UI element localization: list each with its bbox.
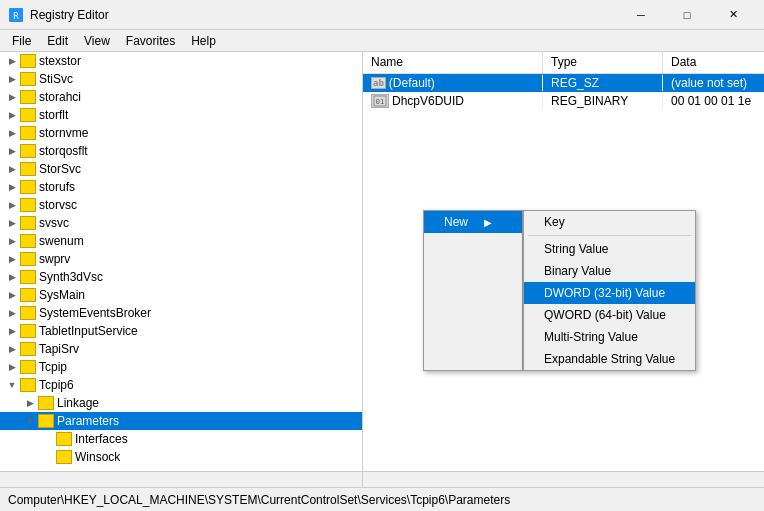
submenu-dword-value[interactable]: DWORD (32-bit) Value [524,282,695,304]
tree-expand-icon[interactable]: ▶ [4,233,20,249]
folder-icon [20,324,36,338]
menu-item-view[interactable]: View [76,32,118,50]
tree-item[interactable]: Winsock [0,448,362,466]
tree-expand-icon[interactable]: ▶ [4,179,20,195]
folder-icon [20,126,36,140]
tree-item[interactable]: ▼Parameters [0,412,362,430]
tree-item[interactable]: ▶storvsc [0,196,362,214]
tree-item[interactable]: ▶SysMain [0,286,362,304]
tree-item-label: Tcpip6 [39,378,74,392]
reg-cell-data-dhcp: 00 01 00 01 1e [663,93,764,109]
submenu-sep1 [528,235,691,236]
reg-row-default[interactable]: ab (Default) REG_SZ (value not set) [363,74,764,92]
tree-expand-icon[interactable]: ▶ [4,143,20,159]
folder-icon [20,144,36,158]
svg-text:01: 01 [376,98,384,106]
tree-item[interactable]: ▶swenum [0,232,362,250]
menu-item-favorites[interactable]: Favorites [118,32,183,50]
tree-expand-icon[interactable]: ▶ [4,251,20,267]
tree-item[interactable]: ▶svsvc [0,214,362,232]
tree-expand-icon[interactable]: ▶ [4,269,20,285]
svg-text:R: R [13,11,19,21]
tree-item-label: Interfaces [75,432,128,446]
app-title: Registry Editor [30,8,109,22]
maximize-button[interactable]: □ [664,0,710,30]
status-text: Computer\HKEY_LOCAL_MACHINE\SYSTEM\Curre… [8,493,510,507]
tree-item[interactable]: ▶storahci [0,88,362,106]
tree-item[interactable]: ▶storufs [0,178,362,196]
submenu: Key String Value Binary Value DWORD (32-… [523,210,696,371]
tree-expand-icon[interactable]: ▶ [4,305,20,321]
tree-item[interactable]: ▶Synth3dVsc [0,268,362,286]
menu-item-edit[interactable]: Edit [39,32,76,50]
tree-expand-icon[interactable] [40,431,56,447]
right-hscroll[interactable] [363,471,764,487]
tree-item-label: storqosflt [39,144,88,158]
folder-icon [20,288,36,302]
submenu-key[interactable]: Key [524,211,695,233]
right-pane: Name Type Data ab (Default) REG_SZ (valu… [363,52,764,487]
tree-item[interactable]: Interfaces [0,430,362,448]
col-header-data: Data [663,52,764,73]
tree-expand-icon[interactable]: ▶ [4,341,20,357]
tree-item[interactable]: ▶swprv [0,250,362,268]
context-menu-area: New ▶ Key String Value Binary Value DWOR… [423,210,696,371]
new-menu-item[interactable]: New ▶ [424,211,522,233]
tree-expand-icon[interactable]: ▶ [4,71,20,87]
tree-expand-icon[interactable]: ▶ [4,161,20,177]
folder-icon [20,72,36,86]
submenu-string-value[interactable]: String Value [524,238,695,260]
tree-expand-icon[interactable]: ▶ [4,323,20,339]
submenu-multi-string-value[interactable]: Multi-String Value [524,326,695,348]
menu-item-file[interactable]: File [4,32,39,50]
tree-expand-icon[interactable]: ▶ [4,359,20,375]
tree-item-label: storflt [39,108,68,122]
new-menu: New ▶ [423,210,523,371]
titlebar-controls: ─ □ ✕ [618,0,756,30]
tree-item[interactable]: ▶Tcpip [0,358,362,376]
menu-item-help[interactable]: Help [183,32,224,50]
reg-icon-ab: ab [371,77,386,89]
tree-item-label: storvsc [39,198,77,212]
tree-item[interactable]: ▶stexstor [0,52,362,70]
tree-expand-icon[interactable]: ▶ [4,197,20,213]
folder-icon [20,306,36,320]
tree-item[interactable]: ▶storflt [0,106,362,124]
tree-expand-icon[interactable]: ▶ [4,125,20,141]
tree-expand-icon[interactable]: ▶ [22,395,38,411]
tree-item[interactable]: ▶StiSvc [0,70,362,88]
folder-icon [20,198,36,212]
tree-content[interactable]: ▶stexstor▶StiSvc▶storahci▶storflt▶stornv… [0,52,362,471]
titlebar-left: R Registry Editor [8,7,109,23]
tree-expand-icon[interactable]: ▼ [22,413,38,429]
tree-expand-icon[interactable]: ▼ [4,377,20,393]
tree-expand-icon[interactable]: ▶ [4,107,20,123]
tree-item[interactable]: ▶TabletInputService [0,322,362,340]
folder-icon [20,378,36,392]
submenu-expandable-string-value[interactable]: Expandable String Value [524,348,695,370]
reg-row-dhcp[interactable]: 01 DhcpV6DUID REG_BINARY 00 01 00 01 1e [363,92,764,110]
tree-item-label: stexstor [39,54,81,68]
tree-item[interactable]: ▶storqosflt [0,142,362,160]
folder-icon [20,342,36,356]
tree-item[interactable]: ▶SystemEventsBroker [0,304,362,322]
right-header: Name Type Data [363,52,764,74]
submenu-qword-value[interactable]: QWORD (64-bit) Value [524,304,695,326]
tree-item-label: TabletInputService [39,324,138,338]
tree-expand-icon[interactable]: ▶ [4,215,20,231]
tree-item[interactable]: ▶TapiSrv [0,340,362,358]
folder-icon [20,90,36,104]
tree-item[interactable]: ▶StorSvc [0,160,362,178]
app-icon: R [8,7,24,23]
tree-expand-icon[interactable]: ▶ [4,89,20,105]
close-button[interactable]: ✕ [710,0,756,30]
tree-item[interactable]: ▶Linkage [0,394,362,412]
tree-expand-icon[interactable] [40,449,56,465]
submenu-binary-value[interactable]: Binary Value [524,260,695,282]
tree-hscroll[interactable] [0,471,362,487]
tree-item[interactable]: ▼Tcpip6 [0,376,362,394]
minimize-button[interactable]: ─ [618,0,664,30]
tree-expand-icon[interactable]: ▶ [4,287,20,303]
tree-expand-icon[interactable]: ▶ [4,53,20,69]
tree-item[interactable]: ▶stornvme [0,124,362,142]
